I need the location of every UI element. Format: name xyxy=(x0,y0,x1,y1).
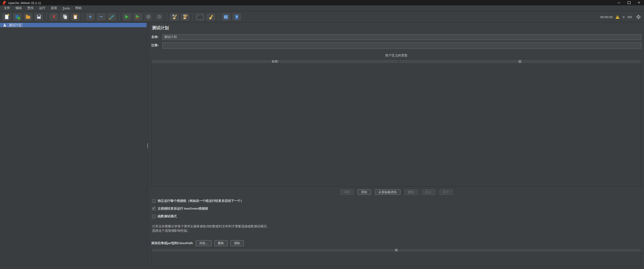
comment-row: 注释: xyxy=(151,42,641,49)
description-line-1: 只有当你需要记录每个请求从服务器取得的数据到文件时才需要选择函数测试模式。 xyxy=(152,224,641,228)
name-label: 名称: xyxy=(151,35,162,39)
maximize-icon[interactable] xyxy=(624,0,634,5)
name-input[interactable] xyxy=(162,34,641,40)
tree-item-label: 测试计划 xyxy=(8,23,22,27)
toolbar: 00:00:00 0 0/0 xyxy=(0,11,644,23)
function-helper-icon xyxy=(224,15,228,19)
play-icon xyxy=(125,15,129,19)
teardown-on-shutdown-label: 主线程结束后运行 tearDown线程组 xyxy=(158,207,208,211)
menu-search[interactable]: 查找 xyxy=(24,5,36,11)
minimize-icon[interactable] xyxy=(614,0,624,5)
down-button[interactable]: 向下 xyxy=(439,189,453,195)
toggle-pencil-icon xyxy=(110,15,114,18)
menu-run[interactable]: 运行 xyxy=(36,5,48,11)
copy-button[interactable] xyxy=(60,13,69,20)
warning-count: 0 xyxy=(623,15,624,19)
copy-icon xyxy=(62,14,67,19)
menu-help[interactable]: 帮助 xyxy=(72,5,84,11)
teardown-on-shutdown-row: 主线程结束后运行 tearDown线程组 xyxy=(152,207,641,211)
open-file-button[interactable] xyxy=(24,13,32,20)
shutdown-button xyxy=(155,13,163,20)
start-no-timers-button[interactable] xyxy=(133,13,142,20)
stop-icon xyxy=(146,15,151,19)
paste-icon xyxy=(73,14,77,19)
udv-section-title: 用户定义的变量 xyxy=(151,53,641,58)
up-button[interactable]: 向上 xyxy=(422,189,435,195)
teardown-on-shutdown-checkbox[interactable] xyxy=(152,207,156,211)
toolbar-status: 00:00:00 0 0/0 xyxy=(600,15,641,19)
search-reset-broom-icon xyxy=(209,14,213,19)
page-title: 测试计划 xyxy=(152,25,641,31)
templates-button[interactable] xyxy=(13,13,21,20)
column-header-name[interactable]: 名称: xyxy=(152,59,399,63)
test-plan-tree: 测试计划 xyxy=(0,23,147,269)
thread-count: 0/0 xyxy=(628,15,632,19)
classpath-clear-button[interactable]: 清除 xyxy=(230,240,244,246)
plus-icon xyxy=(89,14,92,20)
toggle-button[interactable] xyxy=(108,13,116,20)
search-button[interactable] xyxy=(196,13,204,20)
menu-file[interactable]: 文件 xyxy=(1,5,13,11)
test-plan-icon xyxy=(3,24,6,27)
toolbar-separator xyxy=(46,13,47,20)
library-section: 库 xyxy=(151,248,641,267)
library-list[interactable] xyxy=(152,253,641,267)
toolbar-separator xyxy=(119,13,120,20)
paste-button[interactable] xyxy=(71,13,79,20)
detail-button[interactable]: 详细 xyxy=(340,189,354,195)
column-header-value[interactable]: 值 xyxy=(399,59,641,63)
comment-label: 注释: xyxy=(151,43,162,48)
shutdown-icon xyxy=(157,15,161,19)
tree-item-test-plan[interactable]: 测试计划 xyxy=(0,23,147,27)
function-helper-button[interactable] xyxy=(222,13,230,20)
collapse-all-button[interactable] xyxy=(97,13,105,20)
jmeter-logo-icon xyxy=(2,1,6,5)
udv-table-body[interactable] xyxy=(152,64,641,186)
menu-tools[interactable]: Tools xyxy=(60,6,72,11)
clear-broom-icon xyxy=(172,14,177,19)
new-file-button[interactable] xyxy=(2,13,11,20)
title-bar: Apache JMeter (5.2.1) xyxy=(0,0,644,5)
classpath-delete-button[interactable]: 删除 xyxy=(214,240,228,246)
jmeter-window: Apache JMeter (5.2.1) 文件 编辑 查找 运行 选项 Too… xyxy=(0,0,644,269)
browse-button[interactable]: 浏览... xyxy=(196,240,212,246)
serialize-threadgroups-checkbox[interactable] xyxy=(152,199,156,203)
udv-button-row: 详细 添加 从剪贴板添加 删除 向上 向下 xyxy=(151,189,641,195)
elapsed-time: 00:00:00 xyxy=(600,15,613,19)
cut-button[interactable] xyxy=(50,13,58,20)
add-button[interactable]: 添加 xyxy=(358,189,371,195)
clear-all-button[interactable] xyxy=(181,13,189,20)
toolbar-separator xyxy=(167,13,167,20)
help-button[interactable] xyxy=(232,13,241,20)
delete-button[interactable]: 删除 xyxy=(405,189,418,195)
menu-edit[interactable]: 编辑 xyxy=(13,5,24,11)
test-state-indicator-icon xyxy=(636,15,641,19)
minus-icon xyxy=(100,14,103,20)
menu-options[interactable]: 选项 xyxy=(48,5,60,11)
start-button[interactable] xyxy=(123,13,131,20)
search-reset-button[interactable] xyxy=(207,13,215,20)
clear-all-broom-icon xyxy=(183,14,187,19)
content-area: 测试计划 测试计划 名称: 注释: 用户定义的变量 名称: 值 xyxy=(0,23,644,269)
cut-icon xyxy=(52,14,56,19)
library-header[interactable]: 库 xyxy=(152,249,641,253)
clear-button[interactable] xyxy=(170,13,178,20)
classpath-row: 添加目录或jar包到ClassPath 浏览... 删除 清除 xyxy=(151,240,641,246)
comment-input[interactable] xyxy=(162,42,641,49)
functional-mode-row: 函数测试模式 xyxy=(152,214,641,219)
panel-splitter[interactable] xyxy=(147,23,149,269)
new-file-icon xyxy=(5,15,8,19)
udv-table: 名称: 值 xyxy=(151,59,641,187)
save-button[interactable] xyxy=(35,13,43,20)
add-from-clipboard-button[interactable]: 从剪贴板添加 xyxy=(375,189,400,195)
expand-all-button[interactable] xyxy=(86,13,95,20)
serialize-threadgroups-row: 独立运行每个线程组（例如在一个组运行结束后启动下一个） xyxy=(152,199,641,203)
functional-mode-checkbox[interactable] xyxy=(152,215,156,218)
toolbar-separator xyxy=(193,13,193,20)
open-folder-icon xyxy=(26,16,30,19)
templates-icon xyxy=(15,15,19,19)
close-icon[interactable] xyxy=(634,0,644,5)
toolbar-separator xyxy=(218,13,219,20)
warning-icon[interactable] xyxy=(615,15,620,19)
window-title: Apache JMeter (5.2.1) xyxy=(8,1,41,5)
